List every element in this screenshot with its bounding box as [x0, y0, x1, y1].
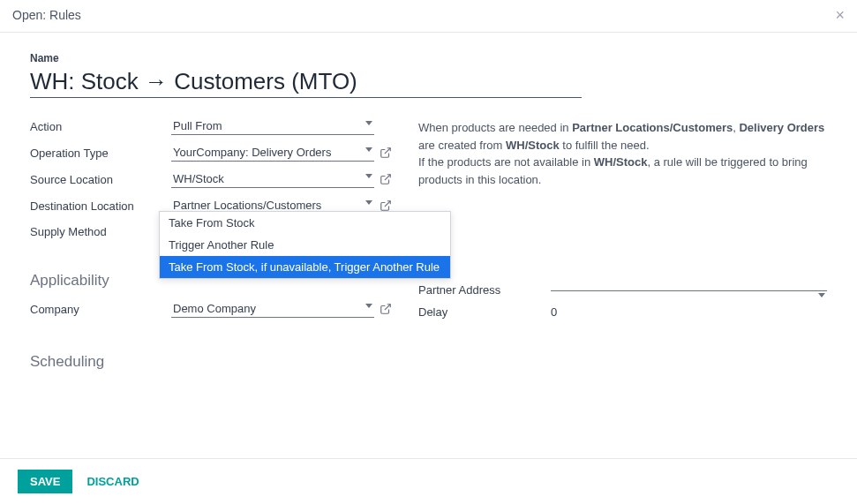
operation-type-label: Operation Type [30, 147, 171, 160]
chevron-down-icon [818, 293, 825, 297]
name-input[interactable]: WH: Stock → Customers (MTO) [30, 68, 582, 98]
svg-line-1 [385, 148, 390, 154]
modal-body: Name WH: Stock → Customers (MTO) Action … [0, 33, 857, 448]
external-link-icon[interactable] [380, 173, 392, 185]
external-link-icon[interactable] [380, 199, 392, 212]
svg-line-5 [385, 305, 390, 310]
destination-location-label: Destination Location [30, 199, 171, 213]
external-link-icon[interactable] [380, 147, 392, 159]
rule-description: When products are needed in Partner Loca… [418, 119, 827, 188]
scheduling-heading: Scheduling [30, 353, 392, 371]
company-label: Company [30, 303, 171, 316]
action-label: Action [30, 120, 171, 133]
save-button[interactable]: SAVE [18, 470, 72, 493]
close-icon[interactable]: × [835, 7, 845, 23]
supply-method-dropdown[interactable]: Take From Stock Trigger Another Rule Tak… [159, 211, 451, 279]
external-link-icon[interactable] [380, 303, 392, 315]
delay-label: Delay [418, 305, 551, 319]
source-location-label: Source Location [30, 173, 171, 186]
supply-option[interactable]: Trigger Another Rule [160, 234, 450, 256]
svg-line-2 [385, 175, 390, 180]
action-select[interactable]: Pull From [171, 117, 374, 135]
partner-address-label: Partner Address [418, 283, 551, 297]
supply-option[interactable]: Take From Stock [160, 212, 450, 234]
source-location-select[interactable]: WH/Stock [171, 170, 374, 188]
modal-footer: SAVE DISCARD [0, 458, 857, 504]
modal-title: Open: Rules [12, 8, 81, 22]
supply-method-label: Supply Method [30, 225, 171, 238]
discard-button[interactable]: DISCARD [86, 475, 139, 488]
supply-option-selected[interactable]: Take From Stock, if unavailable, Trigger… [160, 256, 450, 278]
svg-line-3 [385, 201, 390, 207]
operation-type-select[interactable]: YourCompany: Delivery Orders [171, 144, 374, 162]
company-select[interactable]: Demo Company [171, 300, 374, 318]
partner-address-select[interactable] [551, 290, 827, 291]
delay-input[interactable]: 0 [551, 305, 827, 319]
name-label: Name [30, 52, 827, 64]
